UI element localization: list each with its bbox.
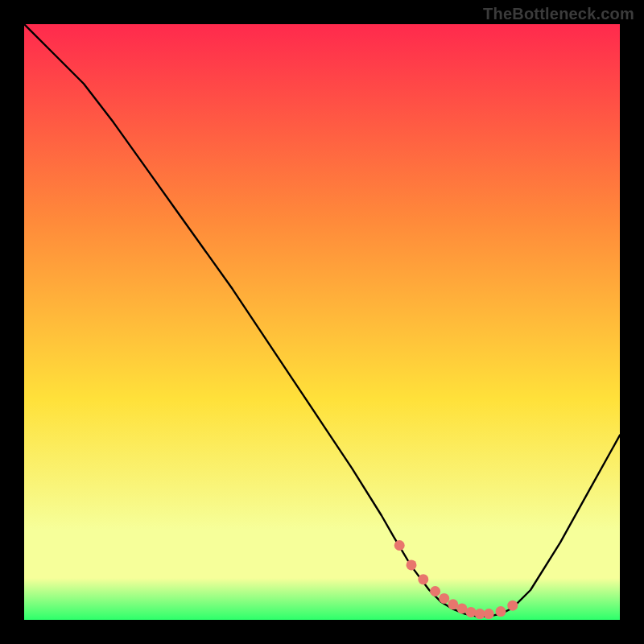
floor-dot <box>466 607 477 617</box>
floor-dot <box>439 593 449 604</box>
floor-dot <box>394 540 405 551</box>
floor-dot <box>496 606 506 617</box>
floor-dot <box>456 603 467 613</box>
floor-dot <box>418 574 428 584</box>
watermark-text: TheBottleneck.com <box>483 5 634 23</box>
floor-dot <box>448 599 458 609</box>
gradient-background <box>24 24 620 620</box>
floor-dot <box>484 609 494 619</box>
floor-dot <box>507 601 518 611</box>
floor-dot <box>430 586 440 597</box>
floor-dot <box>475 609 485 619</box>
bottleneck-chart <box>0 0 644 644</box>
chart-stage: TheBottleneck.com <box>0 0 644 644</box>
floor-dot <box>407 559 417 570</box>
